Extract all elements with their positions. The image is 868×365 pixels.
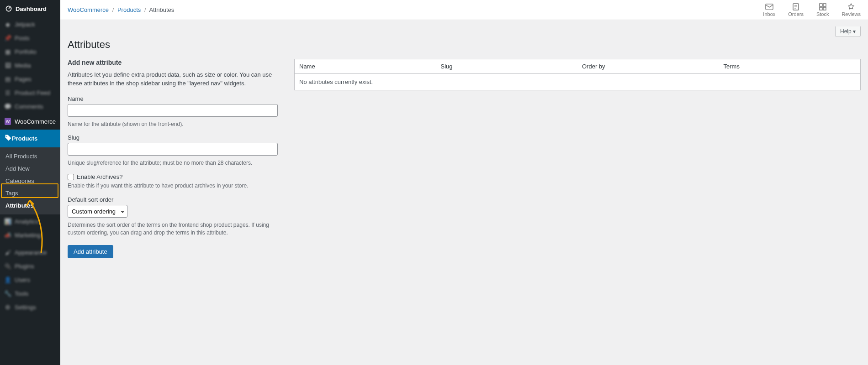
sidebar-item-posts[interactable]: 📌Posts	[0, 31, 60, 45]
sidebar-item-pages[interactable]: ▤Pages	[0, 72, 60, 86]
sidebar-item-settings[interactable]: ⚙Settings	[0, 300, 60, 314]
admin-sidebar: Dashboard ◆Jetpack 📌Posts ▦Portfolio 🖼Me…	[0, 0, 60, 365]
breadcrumb-current: Attributes	[149, 6, 174, 13]
sidebar-item-portfolio[interactable]: ▦Portfolio	[0, 45, 60, 58]
form-intro: Attributes let you define extra product …	[68, 71, 287, 88]
add-attribute-button[interactable]: Add attribute	[68, 245, 113, 258]
sidebar-item-dashboard[interactable]: Dashboard	[0, 0, 60, 17]
enable-archives-label: Enable Archives?	[77, 173, 122, 180]
svg-rect-9	[820, 7, 822, 10]
sidebar-item-analytics[interactable]: 📊Analytics	[0, 214, 60, 228]
sidebar-item-media[interactable]: 🖼Media	[0, 58, 60, 72]
attributes-table: Name Slug Order by Terms No attributes c…	[294, 59, 861, 90]
slug-help: Unique slug/reference for the attribute;…	[68, 159, 287, 167]
table-header: Name Slug Order by Terms	[295, 59, 860, 74]
name-label: Name	[68, 95, 287, 102]
th-name: Name	[295, 59, 436, 73]
enable-archives-checkbox[interactable]	[68, 174, 74, 180]
sidebar-item-tools[interactable]: 🔧Tools	[0, 287, 60, 300]
sidebar-item-jetpack[interactable]: ◆Jetpack	[0, 17, 60, 31]
page-title: Attributes	[68, 39, 861, 51]
th-order-by: Order by	[577, 59, 719, 73]
sidebar-label-dashboard: Dashboard	[16, 5, 47, 12]
submenu-attributes[interactable]: Attributes	[0, 199, 60, 212]
products-submenu: All Products Add New Categories Tags Att…	[0, 147, 60, 214]
th-slug: Slug	[436, 59, 578, 73]
inbox-icon	[765, 3, 773, 10]
submenu-categories[interactable]: Categories	[0, 175, 60, 187]
table-body: No attributes currently exist.	[295, 74, 860, 90]
topbar-orders[interactable]: Orders	[788, 3, 804, 17]
sidebar-item-users[interactable]: 👤Users	[0, 273, 60, 287]
svg-rect-2	[766, 4, 773, 10]
sidebar-label-products: Products	[12, 135, 37, 142]
topbar-reviews[interactable]: Reviews	[842, 3, 861, 17]
slug-input[interactable]	[68, 143, 278, 156]
sort-select[interactable]: Custom ordering	[68, 205, 127, 218]
sidebar-item-plugins[interactable]: 🔌Plugins	[0, 259, 60, 273]
topbar-right: Inbox Orders Stock Reviews	[763, 3, 861, 17]
table-empty-row: No attributes currently exist.	[295, 74, 860, 90]
breadcrumb-products[interactable]: Products	[117, 6, 141, 13]
th-terms: Terms	[719, 59, 861, 73]
submenu-add-new[interactable]: Add New	[0, 162, 60, 175]
enable-archives-help: Enable this if you want this attribute t…	[68, 182, 287, 190]
slug-label: Slug	[68, 134, 287, 141]
sidebar-item-product-feed[interactable]: ☰Product Feed	[0, 86, 60, 99]
woocommerce-icon: W	[5, 118, 11, 125]
products-icon	[5, 134, 12, 143]
sidebar-item-marketing[interactable]: 📣Marketing	[0, 228, 60, 242]
sidebar-item-products[interactable]: Products	[0, 130, 60, 147]
svg-point-1	[6, 136, 7, 137]
dashboard-icon	[5, 5, 13, 13]
topbar-stock[interactable]: Stock	[816, 3, 829, 17]
form-heading: Add new attribute	[68, 59, 287, 66]
attributes-table-wrap: Name Slug Order by Terms No attributes c…	[294, 59, 861, 258]
sidebar-item-appearance[interactable]: 🖌Appearance	[0, 245, 60, 259]
breadcrumb: WooCommerce / Products / Attributes	[68, 6, 174, 13]
sort-help: Determines the sort order of the terms o…	[68, 221, 287, 237]
sidebar-item-comments[interactable]: 💬Comments	[0, 99, 60, 113]
sidebar-item-woocommerce[interactable]: W WooCommerce	[0, 113, 60, 130]
svg-rect-7	[820, 4, 822, 6]
orders-icon	[793, 3, 799, 10]
add-attribute-form: Add new attribute Attributes let you def…	[68, 59, 287, 258]
svg-rect-8	[823, 4, 826, 6]
main-area: WooCommerce / Products / Attributes Inbo…	[60, 0, 868, 365]
stock-icon	[819, 3, 826, 10]
svg-rect-10	[823, 7, 826, 10]
breadcrumb-woocommerce[interactable]: WooCommerce	[68, 6, 109, 13]
topbar-inbox[interactable]: Inbox	[763, 3, 775, 17]
content: Help ▾ Attributes Add new attribute Attr…	[60, 20, 868, 265]
sort-label: Default sort order	[68, 196, 287, 203]
sidebar-label-woocommerce: WooCommerce	[15, 118, 56, 125]
submenu-all-products[interactable]: All Products	[0, 150, 60, 162]
topbar: WooCommerce / Products / Attributes Inbo…	[60, 0, 868, 20]
help-button[interactable]: Help ▾	[835, 26, 861, 37]
reviews-icon	[847, 3, 855, 10]
name-input[interactable]	[68, 104, 278, 117]
submenu-tags[interactable]: Tags	[0, 187, 60, 199]
name-help: Name for the attribute (shown on the fro…	[68, 120, 287, 128]
